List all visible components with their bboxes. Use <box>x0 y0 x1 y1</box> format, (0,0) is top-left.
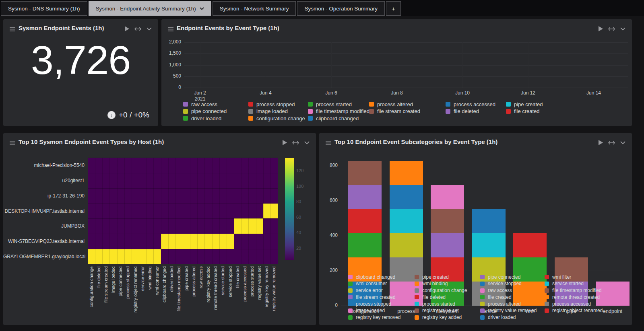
menu-icon[interactable] <box>10 140 15 147</box>
chevron-down-icon[interactable] <box>147 27 152 31</box>
bar-segment-registry-value-removed[interactable] <box>348 185 382 209</box>
play-icon[interactable] <box>125 26 129 31</box>
legend-item[interactable]: file deleted <box>415 294 467 300</box>
heatmap-event-type-label: clipboard changed <box>162 266 167 302</box>
menu-icon[interactable] <box>10 26 15 33</box>
legend-item[interactable]: pipe created <box>506 101 543 107</box>
legend-swatch <box>308 116 313 121</box>
legend-swatch <box>415 295 419 299</box>
legend-item[interactable]: process accessed <box>545 301 603 306</box>
legend-item[interactable]: file stream created <box>348 294 400 300</box>
y-axis-tick: 0 <box>319 302 338 308</box>
tab-operation-summary[interactable]: Sysmon - Operation Summary <box>297 1 385 16</box>
legend-label: file deleted <box>422 294 446 300</box>
legend-item[interactable]: configuration change <box>248 115 305 121</box>
heatmap-host-label: ip-172-31-26-190 <box>3 193 85 199</box>
legend-item[interactable]: image loaded <box>348 308 400 313</box>
tab-dns-summary[interactable]: Sysmon - DNS Summary (1h) <box>1 1 87 16</box>
legend-item[interactable]: clipboard changed <box>348 274 400 280</box>
bar-segment-remote-thread-created[interactable] <box>390 161 423 185</box>
legend-item[interactable]: wmi filter <box>545 274 603 280</box>
chevron-down-icon[interactable] <box>620 141 625 144</box>
legend-swatch <box>183 102 188 107</box>
bar-segment-file-stream-created[interactable] <box>431 233 464 257</box>
legend-item[interactable]: service error <box>348 288 400 293</box>
legend-item[interactable]: process stopped <box>348 301 400 306</box>
bar-segment-registry-object-renamed[interactable] <box>348 209 382 233</box>
legend-item[interactable]: driver loaded <box>480 315 537 320</box>
bar-segment-registry-value-set[interactable] <box>348 161 382 185</box>
heatmap-grid[interactable] <box>88 158 278 264</box>
heatmap-highlight-cells[interactable] <box>234 218 263 234</box>
legend-item[interactable]: raw access <box>183 101 227 107</box>
legend-item[interactable]: file timestamp modified <box>308 109 369 114</box>
legend-item[interactable]: configuration change <box>415 288 467 293</box>
play-icon[interactable] <box>599 140 603 145</box>
heatmap-event-type-label: wmi consumer <box>155 266 160 295</box>
bar-segment-raw-access[interactable] <box>431 185 464 209</box>
y-gridline <box>341 201 620 201</box>
bar-segment-service-stopped[interactable] <box>472 209 506 233</box>
menu-icon[interactable] <box>168 26 173 33</box>
heatmap-event-type-label: registry value set <box>257 266 262 300</box>
heatmap-highlight-cells[interactable] <box>88 249 161 264</box>
legend-label: image loaded <box>256 108 288 114</box>
legend-item[interactable]: file created <box>506 109 543 114</box>
legend-item[interactable]: process altered <box>369 101 420 107</box>
bar-segment-registry-key-removed[interactable] <box>348 233 382 257</box>
legend-item[interactable]: process accessed <box>446 101 495 107</box>
legend-item[interactable]: clipboard changed <box>308 115 369 121</box>
legend-column: pipe createdfile created <box>506 101 543 114</box>
resize-horizontal-icon[interactable] <box>292 141 299 145</box>
chevron-down-icon <box>200 7 204 10</box>
bar-segment-file-timestamp-modified[interactable] <box>431 209 464 233</box>
tab-endpoint-activity-summary[interactable]: Sysmon - Endpoint Activity Summary (1h) <box>89 1 211 16</box>
legend-item[interactable]: registry key added <box>415 315 467 320</box>
chevron-down-icon[interactable] <box>304 141 310 144</box>
bar-segment-wmi-filter[interactable] <box>513 233 547 257</box>
bar-segment-process-started[interactable] <box>390 209 423 233</box>
legend-item[interactable]: registry value removed <box>480 308 537 313</box>
legend-item[interactable]: wmi consumer <box>348 281 400 286</box>
legend-item[interactable]: file created <box>480 294 537 300</box>
legend-item[interactable]: pipe connected <box>480 274 537 280</box>
chevron-down-icon[interactable] <box>620 27 625 31</box>
legend-item[interactable]: file timestamp modified <box>545 288 603 293</box>
legend-item[interactable]: process started <box>415 301 467 306</box>
resize-horizontal-icon[interactable] <box>134 27 141 31</box>
legend-item[interactable]: pipe connected <box>183 109 227 114</box>
resize-horizontal-icon[interactable] <box>608 27 615 31</box>
legend-item[interactable]: raw access <box>480 288 537 293</box>
legend-item[interactable]: process altered <box>480 301 537 306</box>
legend-item[interactable]: registry object renamed <box>545 308 603 313</box>
legend-item[interactable]: remote thread created <box>545 294 603 300</box>
menu-icon[interactable] <box>326 140 331 147</box>
resize-horizontal-icon[interactable] <box>608 141 615 145</box>
tab-network-summary[interactable]: Sysmon - Network Summary <box>213 1 296 16</box>
legend-item[interactable]: registry value set <box>415 308 467 313</box>
legend-item[interactable]: service started <box>545 281 603 286</box>
bar-segment-service-started[interactable] <box>472 233 506 257</box>
play-icon[interactable] <box>283 140 287 145</box>
legend-item[interactable]: file deleted <box>446 109 495 114</box>
bar-segment-process-altered[interactable] <box>390 233 423 257</box>
legend-item[interactable]: registry key removed <box>348 315 400 320</box>
heatmap-highlight-cells[interactable] <box>161 234 234 249</box>
heatmap-highlight-cells[interactable] <box>263 204 278 219</box>
play-icon[interactable] <box>599 26 603 31</box>
legend-swatch <box>545 302 549 306</box>
legend-item[interactable]: pipe created <box>415 274 467 280</box>
legend-item[interactable]: service stopped <box>480 281 537 286</box>
add-tab-button[interactable]: + <box>386 1 401 16</box>
legend-item[interactable]: process started <box>308 101 369 107</box>
legend-item[interactable]: image loaded <box>248 109 305 114</box>
legend-swatch <box>480 288 485 293</box>
legend-item[interactable]: driver loaded <box>183 115 227 121</box>
legend-label: configuration change <box>256 115 305 121</box>
bar-segment-process-stopped[interactable] <box>390 185 423 209</box>
legend-item[interactable]: file stream created <box>369 109 420 114</box>
legend-item[interactable]: process stopped <box>248 101 305 107</box>
legend-swatch <box>248 102 253 107</box>
legend-label: file created <box>488 294 512 300</box>
legend-item[interactable]: wmi binding <box>415 281 467 286</box>
